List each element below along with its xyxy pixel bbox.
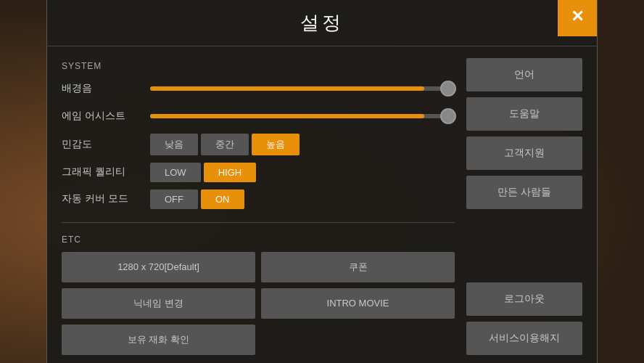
aim-assist-row: 에임 어시스트: [62, 106, 455, 126]
modal-body: SYSTEM 배경음 에임 어시스트: [47, 46, 597, 364]
aim-assist-track: [150, 114, 455, 118]
bg-sound-thumb: [440, 81, 456, 97]
sensitivity-mid-btn[interactable]: 중간: [201, 134, 249, 155]
settings-modal: 설정 ✕ SYSTEM 배경음 에임 어시스트: [46, 0, 598, 363]
aim-assist-label: 에임 어시스트: [62, 110, 141, 123]
etc-buttons-grid: 1280 x 720[Default] 쿠폰 닉네임 변경 INTRO MOVI…: [62, 252, 455, 355]
bg-sound-row: 배경음: [62, 78, 455, 99]
auto-cover-row: 자동 커버 모드 OFF ON: [62, 189, 455, 209]
resolution-btn[interactable]: 1280 x 720[Default]: [62, 252, 255, 282]
aim-assist-thumb: [440, 108, 456, 124]
coupon-btn[interactable]: 쿠폰: [261, 252, 455, 282]
nickname-btn[interactable]: 닉네임 변경: [62, 288, 255, 319]
left-panel: SYSTEM 배경음 에임 어시스트: [62, 58, 455, 355]
language-btn[interactable]: 언어: [466, 58, 582, 91]
bg-sound-label: 배경음: [62, 82, 141, 95]
help-btn[interactable]: 도움말: [466, 97, 582, 131]
graphic-quality-btn-group: LOW HIGH: [150, 163, 256, 182]
graphic-high-btn[interactable]: HIGH: [204, 163, 257, 182]
aim-assist-slider[interactable]: [150, 106, 455, 126]
auto-cover-on-btn[interactable]: ON: [201, 189, 244, 209]
sensitivity-low-btn[interactable]: 낮음: [150, 134, 198, 155]
sensitivity-label: 민감도: [62, 138, 141, 151]
etc-section-label: ETC: [62, 234, 455, 245]
intro-movie-btn[interactable]: INTRO MOVIE: [261, 288, 455, 319]
auto-cover-label: 자동 커버 모드: [62, 192, 141, 205]
auto-cover-btn-group: OFF ON: [150, 189, 244, 209]
right-panel: 언어 도움말 고객지원 만든 사람들 로그아웃 서비스이용해지: [466, 58, 582, 355]
sensitivity-btn-group: 낮음 중간 높음: [150, 134, 300, 155]
customer-support-btn[interactable]: 고객지원: [466, 136, 582, 170]
graphic-quality-row: 그래픽 퀄리티 LOW HIGH: [62, 163, 455, 182]
etc-section: ETC 1280 x 720[Default] 쿠폰 닉네임 변경 INTRO …: [62, 232, 455, 355]
right-panel-bottom: 로그아웃 서비스이용해지: [466, 282, 582, 355]
bg-sound-track: [150, 86, 455, 91]
sensitivity-high-btn[interactable]: 높음: [252, 134, 300, 155]
deactivate-btn[interactable]: 서비스이용해지: [466, 322, 582, 355]
bg-sound-slider[interactable]: [150, 78, 455, 99]
bg-sound-fill: [150, 86, 424, 91]
close-button[interactable]: ✕: [558, 0, 597, 36]
graphic-quality-label: 그래픽 퀄리티: [62, 166, 141, 179]
modal-title: 설정: [300, 10, 344, 36]
sensitivity-row: 민감도 낮음 중간 높음: [62, 134, 455, 155]
auto-cover-off-btn[interactable]: OFF: [150, 189, 198, 209]
aim-assist-fill: [150, 114, 424, 118]
right-panel-top: 언어 도움말 고객지원 만든 사람들: [466, 58, 582, 209]
logout-btn[interactable]: 로그아웃: [466, 282, 582, 316]
creators-btn[interactable]: 만든 사람들: [466, 176, 582, 209]
system-section-label: SYSTEM: [62, 61, 455, 71]
section-divider: [62, 222, 455, 223]
modal-header: 설정 ✕: [47, 0, 597, 46]
graphic-low-btn[interactable]: LOW: [150, 163, 201, 182]
owned-items-btn[interactable]: 보유 재화 확인: [62, 325, 255, 355]
